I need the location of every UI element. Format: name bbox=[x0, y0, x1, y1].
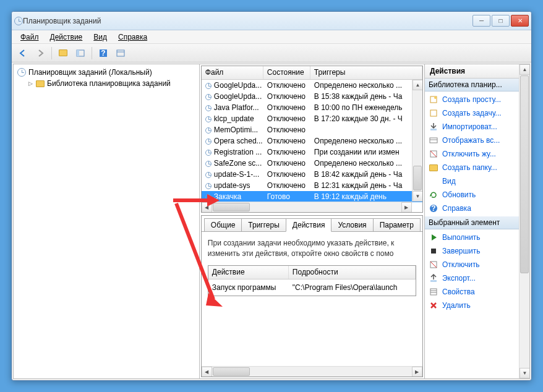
task-list: Файл Состояние Триггеры GoogleUpda...Отк… bbox=[201, 66, 423, 213]
action-row-details: "C:\Program Files\Opera\launch bbox=[289, 282, 416, 293]
tab-general[interactable]: Общие bbox=[204, 218, 242, 231]
action-task[interactable]: Создать задачу... bbox=[425, 106, 529, 120]
client-area: Планировщик заданий (Локальный) ▷ Библио… bbox=[13, 64, 530, 379]
svg-text:?: ? bbox=[101, 49, 105, 58]
properties-button[interactable] bbox=[113, 46, 128, 61]
task-state: Отключено bbox=[263, 92, 310, 101]
action-view[interactable]: Вид▸ bbox=[425, 174, 529, 188]
scroll-left-icon[interactable]: ◀ bbox=[202, 202, 212, 213]
actions-pane-title: Действия bbox=[425, 64, 529, 79]
scroll-up-icon[interactable]: ▲ bbox=[413, 80, 423, 90]
close-button[interactable]: ✕ bbox=[511, 15, 529, 27]
scroll-right-icon[interactable]: ▶ bbox=[412, 367, 422, 377]
task-state: Отключено bbox=[263, 81, 310, 90]
task-row[interactable]: GoogleUpda...ОтключеноВ 15:38 каждый ден… bbox=[202, 91, 422, 102]
center-pane: Файл Состояние Триггеры GoogleUpda...Отк… bbox=[200, 64, 425, 378]
section-library[interactable]: Библиотека планир... ▲ bbox=[425, 79, 529, 92]
task-row[interactable]: update-sysОтключеноВ 12:31 каждый день -… bbox=[202, 180, 422, 191]
scroll-thumb[interactable] bbox=[520, 75, 529, 273]
action-table: Действие Подробности Запуск программы "C… bbox=[208, 265, 416, 296]
menu-file[interactable]: Файл bbox=[15, 32, 44, 43]
toolbar: ? bbox=[12, 44, 531, 62]
task-row[interactable]: Java Platfor...ОтключеноВ 10:00 по ПН еж… bbox=[202, 102, 422, 113]
action-props[interactable]: Свойства bbox=[425, 285, 529, 299]
back-button[interactable] bbox=[15, 46, 30, 61]
scrollbar-vertical[interactable]: ▲ ▼ bbox=[412, 80, 422, 202]
wizard-icon bbox=[429, 95, 438, 104]
action-disable[interactable]: Отключить жу... bbox=[425, 147, 529, 161]
action-end[interactable]: Завершить bbox=[425, 244, 529, 258]
section-selected[interactable]: Выбранный элемент ▲ bbox=[425, 216, 529, 229]
action-label: Импортироват... bbox=[442, 122, 497, 131]
task-name: GoogleUpda... bbox=[202, 81, 263, 90]
scroll-left-icon[interactable]: ◀ bbox=[202, 367, 212, 377]
up-button[interactable] bbox=[56, 46, 71, 61]
task-trigger: В 18:42 каждый день - Ча bbox=[310, 170, 422, 179]
task-row[interactable]: update-S-1-...ОтключеноВ 18:42 каждый де… bbox=[202, 169, 422, 180]
action-run[interactable]: Выполнить bbox=[425, 231, 529, 244]
tree-root-label: Планировщик заданий (Локальный) bbox=[28, 68, 152, 77]
tab-conditions[interactable]: Условия bbox=[331, 218, 373, 231]
library-actions: Создать просту...Создать задачу...Импорт… bbox=[425, 92, 529, 216]
col-details[interactable]: Подробности bbox=[289, 266, 416, 279]
tree-library-label: Библиотека планировщика заданий bbox=[47, 79, 171, 88]
task-row[interactable]: GoogleUpda...ОтключеноОпределено несколь… bbox=[202, 80, 422, 91]
action-wizard[interactable]: Создать просту... bbox=[425, 93, 529, 106]
task-name: update-sys bbox=[202, 181, 263, 190]
expander-icon[interactable]: ▷ bbox=[27, 80, 33, 87]
col-file[interactable]: Файл bbox=[202, 66, 263, 79]
tab-actions[interactable]: Действия bbox=[286, 218, 332, 232]
tree-root[interactable]: Планировщик заданий (Локальный) bbox=[16, 67, 197, 78]
tree-library[interactable]: ▷ Библиотека планировщика заданий bbox=[16, 78, 197, 89]
action-label: Экспорт... bbox=[442, 274, 476, 283]
task-row[interactable]: klcp_updateОтключеноВ 17:20 каждые 30 дн… bbox=[202, 113, 422, 124]
maximize-button[interactable]: □ bbox=[492, 15, 510, 27]
action-row[interactable]: Запуск программы "C:\Program Files\Opera… bbox=[208, 279, 416, 296]
task-list-body[interactable]: GoogleUpda...ОтключеноОпределено несколь… bbox=[202, 80, 422, 212]
menu-view[interactable]: Вид bbox=[88, 32, 112, 43]
action-help[interactable]: ?Справка bbox=[425, 202, 529, 215]
details-scrollbar-h[interactable]: ◀ ▶ bbox=[202, 366, 422, 377]
action-disable[interactable]: Отключить bbox=[425, 258, 529, 271]
task-name: Opera sched... bbox=[202, 137, 263, 145]
task-state: Отключено bbox=[263, 137, 310, 145]
svg-text:?: ? bbox=[431, 204, 435, 213]
forward-button[interactable] bbox=[33, 46, 48, 61]
scroll-down-icon[interactable]: ▼ bbox=[413, 191, 423, 202]
scroll-up-icon[interactable]: ▲ bbox=[519, 64, 530, 75]
menu-help[interactable]: Справка bbox=[113, 32, 152, 43]
action-display[interactable]: Отображать вс... bbox=[425, 134, 529, 147]
show-hide-tree-button[interactable] bbox=[73, 46, 88, 61]
col-state[interactable]: Состояние bbox=[263, 66, 310, 79]
task-row[interactable]: MemOptimi...Отключено bbox=[202, 124, 422, 135]
help-button[interactable]: ? bbox=[96, 46, 111, 61]
action-delete[interactable]: Удалить bbox=[425, 299, 529, 312]
view-icon bbox=[429, 176, 438, 186]
task-row[interactable]: ЗакачкаГотовоВ 19:12 каждый день bbox=[202, 191, 422, 202]
action-folder[interactable]: Создать папку... bbox=[425, 161, 529, 174]
task-row[interactable]: Registration ...ОтключеноПри создании ил… bbox=[202, 147, 422, 158]
menu-action[interactable]: Действие bbox=[45, 32, 88, 43]
list-header: Файл Состояние Триггеры bbox=[202, 66, 422, 80]
scroll-thumb[interactable] bbox=[213, 367, 250, 376]
scroll-right-icon[interactable]: ▶ bbox=[401, 202, 412, 213]
scroll-thumb-h[interactable] bbox=[213, 203, 250, 211]
scroll-thumb[interactable] bbox=[413, 166, 422, 190]
task-trigger: При создании или измен bbox=[310, 148, 422, 156]
col-action[interactable]: Действие bbox=[208, 266, 289, 279]
task-row[interactable]: Opera sched...ОтключеноОпределено нескол… bbox=[202, 135, 422, 147]
minimize-button[interactable]: ─ bbox=[472, 15, 490, 27]
action-export[interactable]: Экспорт... bbox=[425, 271, 529, 285]
action-label: Выполнить bbox=[442, 233, 481, 242]
props-icon bbox=[429, 287, 438, 297]
task-row[interactable]: SafeZone sc...ОтключеноОпределено нескол… bbox=[202, 158, 422, 169]
col-triggers[interactable]: Триггеры bbox=[310, 66, 422, 79]
titlebar[interactable]: Планировщик заданий ─ □ ✕ bbox=[12, 12, 531, 30]
action-import[interactable]: Импортироват... bbox=[425, 120, 529, 134]
action-refresh[interactable]: Обновить bbox=[425, 188, 529, 202]
tab-settings[interactable]: Параметр bbox=[373, 218, 421, 231]
scroll-down-icon[interactable]: ▼ bbox=[519, 368, 530, 378]
tab-triggers[interactable]: Триггеры bbox=[241, 218, 286, 231]
scrollbar-horizontal[interactable]: ◀ ▶ bbox=[202, 202, 412, 212]
actions-scrollbar[interactable]: ▲ ▼ bbox=[519, 64, 529, 378]
